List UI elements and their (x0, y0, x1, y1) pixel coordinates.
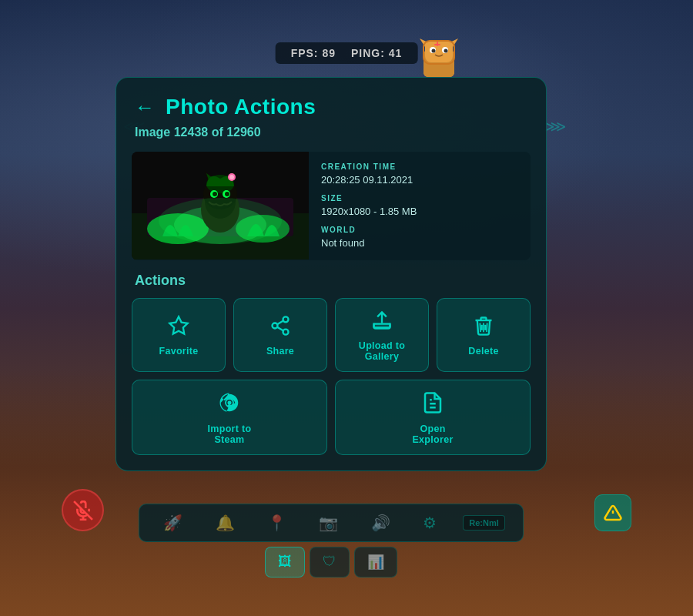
toolbar-reload-button[interactable]: Re:Nml (463, 515, 505, 531)
size-group: SIZE 1920x1080 - 1.85 MB (321, 194, 518, 218)
svg-point-36 (283, 330, 289, 335)
svg-point-34 (283, 316, 289, 322)
toolbar-sub: 🖼 🛡 📊 (139, 547, 524, 578)
folder-icon (421, 391, 444, 417)
share-icon (270, 315, 291, 340)
favorite-label: Favorite (159, 346, 198, 357)
toolbar-gallery-button[interactable]: 🖼 (265, 547, 305, 578)
svg-point-28 (213, 192, 217, 196)
upload-icon (371, 310, 393, 334)
panel-header: ← Photo Actions (116, 78, 546, 126)
fps-label: FPS: 89 (291, 47, 336, 59)
toolbar-location-button[interactable]: 📍 (261, 511, 293, 535)
fps-bar: FPS: 89 PING: 41 (276, 42, 418, 64)
svg-point-31 (229, 175, 234, 179)
open-explorer-label: OpenExplorer (412, 424, 453, 445)
actions-title: Actions (116, 273, 546, 298)
svg-point-7 (432, 49, 436, 53)
toolbar-volume-button[interactable]: 🔊 (365, 511, 397, 535)
delete-label: Delete (468, 346, 498, 357)
svg-line-41 (480, 323, 480, 333)
upload-gallery-button[interactable]: Upload toGallery (335, 298, 429, 372)
svg-point-45 (228, 401, 232, 405)
svg-point-32 (159, 198, 282, 244)
panel-title: Photo Actions (166, 95, 316, 119)
import-steam-button[interactable]: Import toSteam (132, 380, 327, 455)
photo-preview (132, 152, 309, 259)
world-group: WORLD Not found (321, 226, 518, 249)
toolbar-rocket-button[interactable]: 🚀 (157, 511, 189, 535)
warning-button[interactable] (594, 494, 631, 531)
bottom-toolbar: 🚀 🔔 📍 📷 🔊 ⚙ Re:Nml 🖼 🛡 📊 (139, 504, 524, 578)
mute-microphone-button[interactable] (62, 489, 104, 531)
toolbar-settings-button[interactable]: ⚙ (417, 511, 443, 535)
image-counter: Image 12438 of 12960 (116, 126, 546, 152)
upload-gallery-label: Upload toGallery (359, 340, 405, 362)
toolbar-stats-button[interactable]: 📊 (354, 547, 397, 578)
toolbar-badge-button[interactable]: 🛡 (310, 547, 350, 578)
toolbar-camera-button[interactable]: 📷 (313, 511, 344, 535)
toolbar-bell-button[interactable]: 🔔 (209, 511, 241, 535)
svg-marker-33 (169, 316, 187, 333)
delete-button[interactable]: Delete (437, 298, 531, 372)
open-explorer-button[interactable]: OpenExplorer (335, 380, 531, 455)
steam-icon (218, 391, 241, 417)
svg-line-43 (487, 323, 487, 333)
svg-line-37 (277, 327, 283, 331)
photo-info: CREATION TIME 20:28:25 09.11.2021 SIZE 1… (309, 152, 531, 260)
star-icon (168, 315, 189, 340)
share-button[interactable]: Share (233, 298, 327, 372)
ping-label: PING: 41 (351, 47, 402, 59)
image-section: CREATION TIME 20:28:25 09.11.2021 SIZE 1… (132, 152, 531, 260)
mascot (416, 35, 462, 81)
toolbar-main: 🚀 🔔 📍 📷 🔊 ⚙ Re:Nml (139, 504, 524, 542)
actions-row-2: Import toSteam OpenExplorer (132, 380, 531, 455)
creation-time-group: CREATION TIME 20:28:25 09.11.2021 (321, 162, 518, 186)
share-label: Share (266, 346, 294, 357)
actions-row-1: Favorite Share (132, 298, 531, 372)
svg-rect-40 (374, 324, 390, 328)
back-button[interactable]: ← (135, 95, 155, 119)
import-steam-label: Import toSteam (208, 424, 252, 445)
trash-icon (473, 315, 494, 340)
svg-point-35 (273, 323, 278, 329)
svg-point-29 (225, 192, 229, 196)
favorite-button[interactable]: Favorite (132, 298, 226, 372)
svg-line-38 (277, 321, 283, 325)
svg-rect-10 (434, 44, 440, 45)
main-panel: ← Photo Actions Image 12438 of 12960 (116, 77, 547, 471)
svg-point-8 (444, 49, 448, 53)
actions-grid: Favorite Share (116, 298, 546, 455)
